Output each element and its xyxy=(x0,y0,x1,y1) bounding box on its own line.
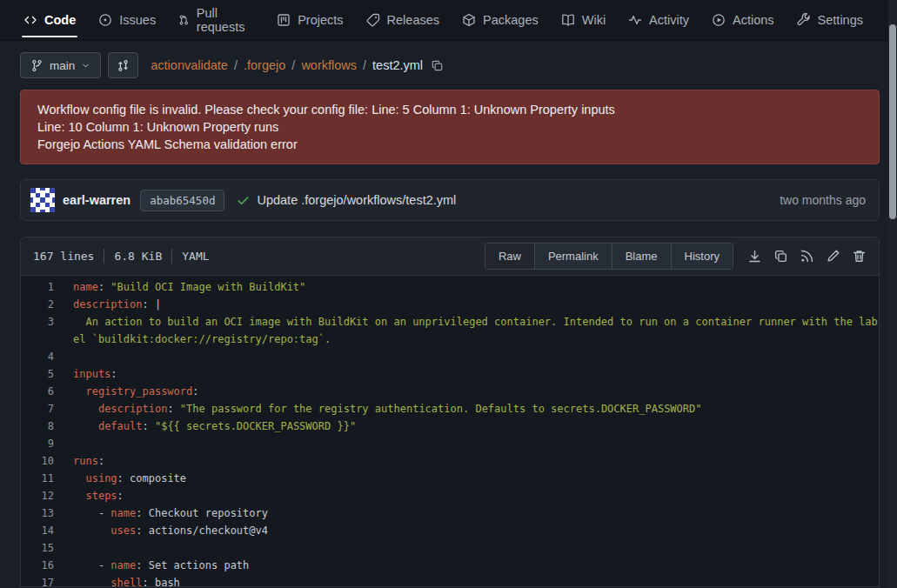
line-number[interactable]: 7 xyxy=(21,400,73,418)
file-view-buttons: RawPermalinkBlameHistory xyxy=(485,243,733,270)
breadcrumb-link[interactable]: workflows xyxy=(301,58,357,72)
line-number[interactable]: 9 xyxy=(21,435,73,452)
book-icon xyxy=(561,13,575,27)
history-button[interactable]: History xyxy=(671,244,733,269)
project-icon xyxy=(277,13,291,27)
scrollbar-thumb[interactable] xyxy=(889,24,896,219)
code-view: 1name: "Build OCI Image with BuildKit"2d… xyxy=(21,276,879,587)
line-number[interactable]: 11 xyxy=(21,470,73,487)
code-line: 15 xyxy=(21,539,879,557)
pencil-button[interactable] xyxy=(826,249,840,264)
raw-button[interactable]: Raw xyxy=(485,244,534,269)
tab-actions[interactable]: Actions xyxy=(700,0,786,40)
file-meta-item: YAML xyxy=(182,250,209,263)
code-text: shell: bash xyxy=(73,574,879,587)
blame-button[interactable]: Blame xyxy=(612,244,671,269)
code-text: name: "Build OCI Image with BuildKit" xyxy=(73,278,879,296)
tab-label: Settings xyxy=(818,13,863,27)
tab-label: Issues xyxy=(119,13,156,27)
code-line: 4 xyxy=(21,348,879,365)
line-number[interactable]: 2 xyxy=(21,296,73,313)
copy-button[interactable] xyxy=(773,249,788,264)
line-number[interactable]: 16 xyxy=(21,557,73,574)
chevron-down-icon xyxy=(81,61,90,70)
git-branch-icon xyxy=(30,59,44,72)
line-number[interactable]: 12 xyxy=(21,487,73,504)
code-line: 6 registry_password: xyxy=(21,383,879,400)
commit-author[interactable]: earl-warren xyxy=(63,193,131,207)
commit-message[interactable]: Update .forgejo/workflows/test2.yml xyxy=(257,193,456,207)
avatar[interactable] xyxy=(30,188,55,212)
tab-settings[interactable]: Settings xyxy=(786,0,874,40)
pencil-icon xyxy=(826,249,840,264)
branch-bar: main actionvalidate/.forgejo/workflows/t… xyxy=(20,52,880,78)
line-number[interactable]: 4 xyxy=(21,348,73,365)
line-number[interactable]: 13 xyxy=(21,504,73,522)
branch-selector-button[interactable]: main xyxy=(20,52,101,78)
file-meta-item: 167 lines xyxy=(33,250,94,263)
code-text xyxy=(73,435,879,452)
breadcrumb-separator: / xyxy=(291,58,295,72)
code-text: using: composite xyxy=(73,470,879,487)
package-icon xyxy=(462,13,476,27)
breadcrumb: actionvalidate/.forgejo/workflows/test2.… xyxy=(151,58,423,72)
code-line: 3 An action to build an OCI image with B… xyxy=(21,313,879,348)
line-number[interactable]: 3 xyxy=(21,313,73,348)
breadcrumb-separator: / xyxy=(363,58,366,72)
breadcrumb-link[interactable]: .forgejo xyxy=(244,58,285,72)
code-text xyxy=(73,348,879,365)
compare-button[interactable] xyxy=(108,52,138,78)
tab-activity[interactable]: Activity xyxy=(617,0,700,40)
file-meta: 167 lines6.8 KiBYAML xyxy=(33,249,210,264)
tab-label: Code xyxy=(44,13,76,27)
download-button[interactable] xyxy=(747,249,762,264)
code-text: steps: xyxy=(73,487,879,504)
tab-packages[interactable]: Packages xyxy=(451,0,550,40)
copy-path-icon[interactable] xyxy=(431,59,444,72)
code-text: runs: xyxy=(73,452,879,470)
code-text: default: "${{ secrets.DOCKER_PASSWORD }}… xyxy=(73,418,879,435)
download-icon xyxy=(747,249,762,264)
git-compare-icon xyxy=(117,59,130,72)
permalink-button[interactable]: Permalink xyxy=(534,244,612,269)
line-number[interactable]: 17 xyxy=(21,574,73,587)
error-banner: Workflow config file is invalid. Please … xyxy=(20,90,880,164)
line-number[interactable]: 1 xyxy=(21,278,73,296)
rss-icon xyxy=(800,249,814,264)
breadcrumb-separator: / xyxy=(234,58,238,72)
breadcrumb-link[interactable]: actionvalidate xyxy=(151,58,228,72)
code-line: 10runs: xyxy=(21,452,879,470)
line-number[interactable]: 15 xyxy=(21,539,73,557)
tab-code[interactable]: Code xyxy=(12,0,87,40)
tab-label: Wiki xyxy=(582,13,606,27)
tab-issues[interactable]: Issues xyxy=(87,0,167,40)
file-view: 167 lines6.8 KiBYAML RawPermalinkBlameHi… xyxy=(20,237,880,587)
code-line: 11 using: composite xyxy=(21,470,879,487)
code-text: - name: Checkout repository xyxy=(73,504,879,522)
commit-hash-badge[interactable]: abab65450d xyxy=(140,190,224,211)
tab-label: Activity xyxy=(649,13,689,27)
code-line: 7 description: "The password for the reg… xyxy=(21,400,879,418)
code-line: 5inputs: xyxy=(21,365,879,383)
tab-label: Packages xyxy=(483,13,539,27)
code-line: 9 xyxy=(21,435,879,452)
line-number[interactable]: 14 xyxy=(21,522,73,539)
copy-icon xyxy=(431,59,444,72)
code-text: - name: Set actions path xyxy=(73,557,879,574)
trash-button[interactable] xyxy=(852,249,867,264)
line-number[interactable]: 10 xyxy=(21,452,73,470)
tag-icon xyxy=(366,13,380,27)
tab-pull-requests[interactable]: Pull requests xyxy=(167,0,265,40)
line-number[interactable]: 5 xyxy=(21,365,73,383)
tab-wiki[interactable]: Wiki xyxy=(550,0,617,40)
commit-time: two months ago xyxy=(780,193,869,207)
tab-releases[interactable]: Releases xyxy=(355,0,451,40)
line-number[interactable]: 6 xyxy=(21,383,73,400)
code-line: 14 uses: actions/checkout@v4 xyxy=(21,522,879,539)
breadcrumb-current: test2.yml xyxy=(372,58,423,72)
rss-button[interactable] xyxy=(800,249,814,264)
line-number[interactable]: 8 xyxy=(21,418,73,435)
code-line: 8 default: "${{ secrets.DOCKER_PASSWORD … xyxy=(21,418,879,435)
tab-label: Actions xyxy=(733,13,774,27)
tab-projects[interactable]: Projects xyxy=(265,0,354,40)
